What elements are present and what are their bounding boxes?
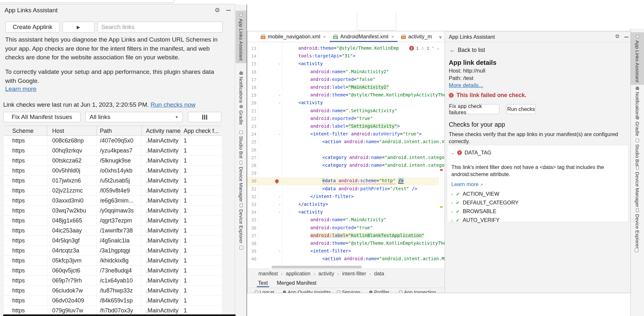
run-checks-button[interactable]: Run checks xyxy=(506,104,536,114)
code-line-23[interactable]: 23android:label="SettingsActivity"> xyxy=(247,123,439,131)
tool-strip-tab-device-manager[interactable]: Device Manager xyxy=(235,158,246,204)
table-row[interactable]: https03wq7w2kbu/y0qqimaw3s.MainActivity1 xyxy=(4,206,222,216)
toolwindow-button-app-quality-insights[interactable]: App Quality Insights xyxy=(283,289,331,293)
column-header-path[interactable]: Path xyxy=(97,126,142,135)
close-icon[interactable]: × xyxy=(323,34,326,39)
editor-tab-androidmanifest-xml[interactable]: MFAndroidManifest.xml× xyxy=(330,31,398,42)
learn-more-link[interactable]: Learn more ↗ xyxy=(451,181,483,187)
code-line-33[interactable]: 33⌄</activity> xyxy=(247,201,439,209)
table-row[interactable]: https02jv21zzmc/l059v8t4e9.MainActivity1 xyxy=(4,186,222,196)
table-row[interactable]: https05kfcp3jvm/khidckix8g.MainActivity1 xyxy=(4,256,222,266)
tool-strip-tab-gradle[interactable]: Gradle xyxy=(631,114,644,139)
tool-strip-tab-app-links-assistant[interactable]: App Links Assistant xyxy=(235,11,246,63)
table-row[interactable]: https06dv02o409/84k659v1sp.MainActivity1 xyxy=(4,296,222,306)
column-settings-button[interactable] xyxy=(188,112,221,122)
code-line-31[interactable]: 31<data android:pathPrefix="/test" /> xyxy=(247,185,439,193)
create-applink-button[interactable]: Create Applink xyxy=(5,22,60,33)
table-row[interactable]: https060qv5jct6/73ne8udqj4.MainActivity1 xyxy=(4,266,222,276)
learn-more-link[interactable]: Learn more xyxy=(5,85,36,92)
editor-tab-activity-m[interactable]: <>activity_m xyxy=(398,31,435,42)
table-row[interactable]: https04ic253aay/1wwnfbr738.MainActivity1 xyxy=(4,226,222,236)
tool-strip-tab-studio-bot[interactable]: Studio Bot xyxy=(235,128,246,161)
tool-strip-tab-notifications[interactable]: Notifications xyxy=(235,69,246,106)
code-line-16[interactable]: 16android:name=".MainActivity2" xyxy=(247,68,439,76)
run-checks-now-link[interactable]: Run checks now xyxy=(150,101,195,108)
warning-stripe-mark[interactable] xyxy=(440,206,443,208)
breadcrumb-item-intent-filter[interactable]: intent-filter xyxy=(342,271,366,277)
tool-strip-tab-device-manager[interactable]: Device Manager xyxy=(631,163,644,210)
code-line-17[interactable]: 17android:exported="false" xyxy=(247,76,439,84)
code-line-41[interactable]: 41 xyxy=(247,263,439,265)
more-details-link[interactable]: More details... xyxy=(449,82,483,88)
code-line-28[interactable]: 28<category android:name="android.intent… xyxy=(247,162,439,170)
search-input[interactable] xyxy=(98,22,223,33)
tool-strip-tab-device-explorer[interactable]: Device Explorer xyxy=(631,206,644,251)
table-row[interactable]: https00tskcza62/5lknugk9se.MainActivity1 xyxy=(4,156,222,166)
fold-marker-icon[interactable]: ⌄ xyxy=(278,100,281,104)
table-row[interactable]: https017jwlxzn6/u5t2usab5j.MainActivity1 xyxy=(4,176,222,186)
column-header-activity-name[interactable]: Activity name xyxy=(142,126,181,135)
check-row-action-view[interactable]: ›✔ACTION_VIEW xyxy=(451,191,499,197)
chevron-down-icon[interactable]: ⌄ xyxy=(451,150,455,155)
code-line-39[interactable]: 39⌄<intent-filter> xyxy=(247,248,439,255)
breadcrumb-item-activity[interactable]: activity xyxy=(318,271,334,277)
code-line-38[interactable]: 38android:theme="@style/Theme.KotlinEmpt… xyxy=(247,240,439,248)
breadcrumb-item-application[interactable]: application xyxy=(286,271,311,277)
table-row[interactable]: https00v5hhld0j/o0xhs14ykb.MainActivity1 xyxy=(4,166,222,176)
inspection-widget[interactable]: !1⚠1⌃⌄ xyxy=(409,46,440,51)
fix-all-manifest-issues-button[interactable]: Fix All Manifest Issues xyxy=(3,112,81,122)
code-line-15[interactable]: 15⌄<activity xyxy=(247,60,439,68)
prev-issue-icon[interactable]: ⌃ xyxy=(431,46,434,50)
breadcrumb-item-manifest[interactable]: manifest xyxy=(258,271,278,277)
code-line-20[interactable]: 20⌄<activity xyxy=(247,99,439,107)
fold-marker-icon[interactable]: ⌄ xyxy=(278,202,281,206)
error-lightbulb-icon[interactable] xyxy=(275,179,279,183)
editor-tab-mobile-navigation-xml[interactable]: <>mobile_navigation.xml× xyxy=(257,31,330,42)
gear-icon[interactable]: ⚙ xyxy=(215,6,220,14)
table-row[interactable]: https069p7r79rh/c1x64yab10.MainActivity1 xyxy=(4,276,222,286)
breadcrumb-item-data[interactable]: data xyxy=(374,271,384,277)
code-line-21[interactable]: 21android:name=".SettingsActivity" xyxy=(247,107,439,115)
bottom-tab-text[interactable]: Text xyxy=(258,278,268,287)
toolwindow-button-logcat[interactable]: Logcat xyxy=(255,289,274,293)
code-line-24[interactable]: 24⌄<intent-filter android:autoVerify="tr… xyxy=(247,131,439,138)
code-line-18[interactable]: 18android:label="MainActivity2" xyxy=(247,84,439,92)
code-line-14[interactable]: 14tools:targetApi="31"> xyxy=(247,53,439,60)
error-stripe-mark[interactable] xyxy=(440,169,443,171)
column-header-scheme[interactable]: Scheme xyxy=(4,126,47,135)
chevron-right-icon[interactable]: › xyxy=(451,209,453,214)
code-line-13[interactable]: 13android:theme="@style/Theme.KotlinEmp!… xyxy=(247,45,439,53)
code-line-19[interactable]: 19⌄android:theme="@style/Theme.KotlinEmp… xyxy=(247,92,439,99)
fold-marker-icon[interactable]: ⌄ xyxy=(278,194,281,198)
tool-strip-tab-app-links-assistant[interactable]: App Links Assistant xyxy=(631,32,644,85)
column-header-host[interactable]: Host xyxy=(47,126,97,135)
close-icon[interactable]: × xyxy=(391,34,394,39)
toolwindow-button-app-inspection[interactable]: App Inspection xyxy=(399,289,436,293)
data-tag-check-row[interactable]: ⌄ ! DATA_TAG xyxy=(451,150,491,156)
code-line-27[interactable]: 27<category android:name="android.intent… xyxy=(247,154,439,162)
back-to-list-button[interactable]: ← Back to list xyxy=(449,47,485,54)
table-row[interactable]: https00hq9zrkqv/yzu4kpeas7.MainActivity1 xyxy=(4,146,222,156)
table-row[interactable]: https06ciudok7w/tu87hwp33z.MainActivity1 xyxy=(4,286,222,296)
column-header-app-check-f-[interactable]: App check f... xyxy=(181,126,222,135)
bottom-tab-merged-manifest[interactable]: Merged Manifest xyxy=(277,278,316,287)
fix-app-check-failures-button[interactable]: Fix app check failures xyxy=(449,104,499,114)
minimize-icon[interactable] xyxy=(624,37,629,37)
run-icon[interactable]: ▶ xyxy=(62,22,94,33)
tab-dropdown-icon[interactable]: ∨ xyxy=(439,34,442,39)
code-line-30[interactable]: 30<data android:scheme="http" /> xyxy=(247,177,439,185)
gear-icon[interactable]: ⚙ xyxy=(615,33,620,39)
toolwindow-button-services[interactable]: Services xyxy=(337,289,360,293)
tool-strip-tab-device-explorer[interactable]: Device Explorer xyxy=(235,201,246,246)
fold-marker-icon[interactable]: ⌄ xyxy=(278,248,281,253)
code-line-35[interactable]: 35android:name=".MainActivity" xyxy=(247,216,439,224)
code-line-34[interactable]: 34⌄<activity xyxy=(247,209,439,216)
table-row[interactable]: https008c6z68np/407e09q5x0.MainActivity1 xyxy=(4,136,222,146)
check-row-default-category[interactable]: ›✔DEFAULT_CATEGORY xyxy=(451,200,519,206)
chevron-right-icon[interactable]: › xyxy=(451,200,453,205)
search-links-input[interactable] xyxy=(98,22,223,33)
fold-marker-icon[interactable]: ⌄ xyxy=(278,131,281,136)
table-row[interactable]: https04r5lqn3gf/4g5nalc1la.MainActivity1 xyxy=(4,236,222,246)
table-row[interactable]: https04rtcqtz3a/3a1hgptqgi.MainActivity1 xyxy=(4,246,222,256)
table-row[interactable]: https048jg1x665/qgrt37ezpm.MainActivity1 xyxy=(4,216,222,226)
